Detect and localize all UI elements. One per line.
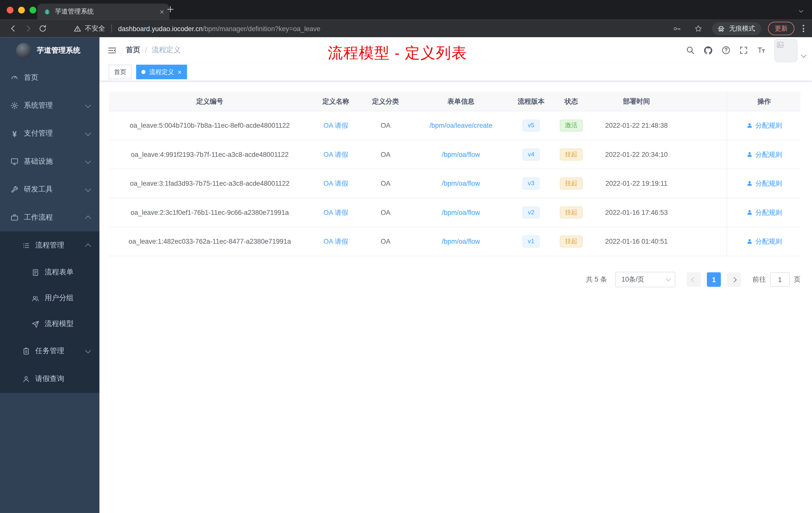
user-avatar[interactable]: [774, 39, 798, 62]
cell-category: OA: [361, 111, 410, 140]
definition-name-link[interactable]: OA 请假: [323, 208, 348, 217]
forward-button[interactable]: [21, 21, 35, 36]
window-zoom-button[interactable]: [30, 6, 36, 13]
chevron-down-icon: [666, 276, 671, 281]
fullscreen-button[interactable]: [739, 46, 748, 55]
definition-name-link[interactable]: OA 请假: [323, 150, 348, 159]
avatar-dropdown-caret[interactable]: [802, 50, 806, 59]
sidebar-item-process-models[interactable]: 流程模型: [0, 311, 99, 337]
col-definition-name: 定义名称: [311, 92, 361, 111]
tab-search-button[interactable]: [798, 8, 805, 17]
chevron-down-icon: [86, 160, 90, 163]
goto-page-input[interactable]: [770, 272, 790, 287]
sidebar-item-process-forms[interactable]: 流程表单: [0, 259, 99, 285]
bookmark-button[interactable]: [691, 21, 705, 36]
url-host: dashboard.yudao.iocoder.cn: [118, 25, 203, 32]
breadcrumb-current: 流程定义: [152, 46, 181, 55]
table-header-row: 定义编号 定义名称 定义分类 表单信息 流程版本 状态 部署时间 操作: [109, 92, 801, 111]
back-button[interactable]: [6, 21, 21, 36]
help-button[interactable]: [721, 46, 731, 55]
assign-rule-link[interactable]: 分配规则: [746, 121, 782, 130]
security-label: 不安全: [85, 24, 105, 33]
form-link[interactable]: /bpm/oa/flow: [442, 238, 480, 245]
version-badge: v1: [522, 235, 539, 248]
reload-icon: [38, 24, 47, 33]
sidebar-item-workflow[interactable]: 工作流程: [0, 204, 99, 232]
tag-process-definition[interactable]: 流程定义 ×: [136, 65, 186, 79]
incognito-badge[interactable]: 无痕模式: [712, 22, 761, 35]
reload-button[interactable]: [35, 21, 50, 36]
text-size-icon: [756, 46, 766, 55]
sidebar-item-process-mgmt[interactable]: 流程管理: [0, 232, 99, 259]
page-number-button[interactable]: 1: [707, 272, 721, 287]
github-button[interactable]: [703, 45, 713, 55]
sidebar-item-task-mgmt[interactable]: 任务管理: [0, 337, 99, 365]
form-link[interactable]: /bpm/oa/flow: [442, 180, 480, 187]
security-indicator[interactable]: 不安全: [74, 24, 105, 33]
question-icon: [721, 46, 731, 55]
window-minimize-button[interactable]: [18, 6, 25, 13]
sidebar-item-leave-query[interactable]: 请假查询: [0, 365, 99, 393]
fullscreen-icon: [739, 46, 748, 55]
person-icon: [746, 209, 753, 216]
arrow-left-icon: [9, 24, 18, 33]
person-icon: [746, 180, 753, 187]
cell-deploy-time: 2022-01-16 17:46:53: [592, 198, 681, 227]
workflow-submenu: 流程管理 流程表单 用户分组 流程模型 任务管理: [0, 232, 99, 393]
dashboard-icon: [9, 73, 20, 82]
sidebar-collapse-button[interactable]: [107, 45, 117, 55]
new-tab-button[interactable]: [166, 5, 175, 16]
tab-close-icon[interactable]: ×: [160, 8, 164, 16]
definition-name-link[interactable]: OA 请假: [323, 179, 348, 188]
font-size-button[interactable]: [756, 46, 766, 55]
chevron-down-icon: [86, 350, 90, 352]
page-size-select[interactable]: 10条/页: [615, 272, 675, 288]
chevron-down-icon: [86, 132, 90, 135]
update-button[interactable]: 更新: [768, 22, 794, 35]
browser-window: 芋道管理系统 × 不安全 dashboard.yudao.iocoder.cn/…: [0, 0, 812, 513]
search-button[interactable]: [686, 46, 695, 55]
hamburger-icon: [107, 45, 117, 55]
window-close-button[interactable]: [7, 6, 13, 13]
form-link[interactable]: /bpm/oa/flow: [442, 209, 480, 216]
assign-rule-link[interactable]: 分配规则: [746, 179, 782, 188]
form-link[interactable]: /bpm/oa/flow: [442, 151, 480, 158]
url-divider: [111, 24, 112, 33]
close-icon[interactable]: ×: [177, 68, 181, 75]
status-badge: 挂起: [560, 177, 583, 190]
definition-name-link[interactable]: OA 请假: [323, 121, 348, 130]
table-row: oa_leave:5:004b710b-7b8a-11ec-8ef0-acde4…: [109, 111, 801, 140]
navbar-right: 无痕模式 更新: [670, 21, 806, 36]
address-bar[interactable]: dashboard.yudao.iocoder.cn/bpm/manager/d…: [118, 25, 663, 32]
sidebar-item-infrastructure[interactable]: 基础设施: [0, 148, 99, 175]
sidebar-item-system[interactable]: 系统管理: [0, 92, 99, 119]
col-actions: 操作: [727, 92, 801, 111]
arrow-right-icon: [23, 24, 33, 33]
chevron-left-icon: [691, 277, 696, 282]
sidebar-item-devtools[interactable]: 研发工具: [0, 175, 99, 203]
tool-icon: [9, 185, 20, 193]
assign-rule-link[interactable]: 分配规则: [746, 208, 782, 217]
sidebar-item-home[interactable]: 首页: [0, 64, 99, 92]
chevron-down-icon: [86, 104, 90, 107]
github-icon: [703, 45, 713, 55]
sidebar-item-user-groups[interactable]: 用户分组: [0, 285, 99, 311]
next-page-button[interactable]: [727, 272, 741, 287]
page-content: 定义编号 定义名称 定义分类 表单信息 流程版本 状态 部署时间 操作 oa_l…: [99, 81, 812, 288]
col-form-info: 表单信息: [410, 92, 512, 111]
sidebar-item-payment[interactable]: ¥ 支付管理: [0, 119, 99, 147]
assign-rule-link[interactable]: 分配规则: [746, 237, 782, 246]
image-placeholder-icon: [776, 41, 784, 49]
breadcrumb-home[interactable]: 首页: [126, 46, 140, 55]
breadcrumb: 首页 / 流程定义: [126, 46, 180, 55]
form-link[interactable]: /bpm/oa/leave/create: [429, 122, 492, 129]
cell-deploy-time: 2022-01-22 19:19:11: [592, 169, 681, 198]
password-key-button[interactable]: [670, 21, 684, 36]
tag-home[interactable]: 首页: [109, 65, 132, 79]
definition-name-link[interactable]: OA 请假: [323, 237, 348, 246]
prev-page-button[interactable]: [687, 272, 701, 287]
browser-tab[interactable]: 芋道管理系统 ×: [37, 3, 170, 20]
browser-menu-button[interactable]: [801, 25, 806, 32]
assign-rule-link[interactable]: 分配规则: [746, 150, 782, 159]
cell-definition-id: oa_leave:2:3c1f0ef1-76b1-11ec-9c66-a2380…: [109, 198, 311, 227]
